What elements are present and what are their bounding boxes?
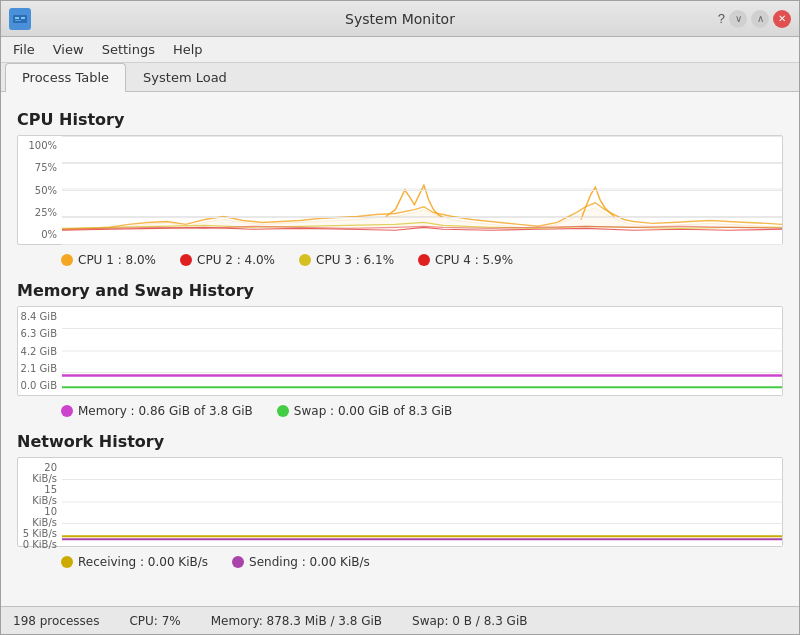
cpu3-legend-dot [299, 254, 311, 266]
cpu-legend: CPU 1 : 8.0% CPU 2 : 4.0% CPU 3 : 6.1% C… [17, 249, 783, 273]
memory-chart-area [62, 307, 782, 395]
cpu-chart-area [62, 136, 782, 244]
app-icon [9, 8, 31, 30]
memory-section-title: Memory and Swap History [17, 281, 783, 300]
net-y-10: 10 KiB/s [20, 506, 60, 528]
net-y-20: 20 KiB/s [20, 462, 60, 484]
mem-y-84: 8.4 GiB [20, 311, 60, 322]
swap-legend-dot [277, 405, 289, 417]
cpu-y-0: 0% [20, 229, 60, 240]
status-cpu: CPU: 7% [129, 614, 180, 628]
minimize-button[interactable]: ∨ [729, 10, 747, 28]
title-bar-controls: ? ∨ ∧ ✕ [718, 10, 791, 28]
menu-file[interactable]: File [5, 39, 43, 60]
cpu1-legend-dot [61, 254, 73, 266]
menu-view[interactable]: View [45, 39, 92, 60]
network-chart: 20 KiB/s 15 KiB/s 10 KiB/s 5 KiB/s 0 KiB… [17, 457, 783, 547]
network-section-title: Network History [17, 432, 783, 451]
title-bar-left [9, 8, 31, 30]
tab-bar: Process Table System Load [1, 63, 799, 92]
cpu-gridlines [62, 136, 782, 244]
receiving-legend-label: Receiving : 0.00 KiB/s [78, 555, 208, 569]
tab-process-table[interactable]: Process Table [5, 63, 126, 92]
memory-chart: 8.4 GiB 6.3 GiB 4.2 GiB 2.1 GiB 0.0 GiB [17, 306, 783, 396]
cpu2-legend-item: CPU 2 : 4.0% [180, 253, 275, 267]
cpu4-legend-label: CPU 4 : 5.9% [435, 253, 513, 267]
cpu4-legend-item: CPU 4 : 5.9% [418, 253, 513, 267]
sending-legend-item: Sending : 0.00 KiB/s [232, 555, 370, 569]
net-y-15: 15 KiB/s [20, 484, 60, 506]
svg-rect-0 [13, 15, 27, 23]
memory-legend: Memory : 0.86 GiB of 3.8 GiB Swap : 0.00… [17, 400, 783, 424]
mem-y-42: 4.2 GiB [20, 346, 60, 357]
mem-y-21: 2.1 GiB [20, 363, 60, 374]
cpu3-legend-item: CPU 3 : 6.1% [299, 253, 394, 267]
tab-system-load[interactable]: System Load [126, 63, 244, 91]
cpu-y-75: 75% [20, 162, 60, 173]
swap-legend-label: Swap : 0.00 GiB of 8.3 GiB [294, 404, 452, 418]
net-y-labels: 20 KiB/s 15 KiB/s 10 KiB/s 5 KiB/s 0 KiB… [18, 458, 62, 546]
cpu-section-title: CPU History [17, 110, 783, 129]
menubar: File View Settings Help [1, 37, 799, 63]
sending-legend-label: Sending : 0.00 KiB/s [249, 555, 370, 569]
memory-legend-dot [61, 405, 73, 417]
memory-legend-item: Memory : 0.86 GiB of 3.8 GiB [61, 404, 253, 418]
menu-help[interactable]: Help [165, 39, 211, 60]
net-y-5: 5 KiB/s [20, 528, 60, 539]
network-chart-svg [62, 458, 782, 546]
cpu-y-50: 50% [20, 185, 60, 196]
status-processes: 198 processes [13, 614, 99, 628]
cpu-y-100: 100% [20, 140, 60, 151]
cpu3-legend-label: CPU 3 : 6.1% [316, 253, 394, 267]
network-legend: Receiving : 0.00 KiB/s Sending : 0.00 Ki… [17, 551, 783, 575]
menu-settings[interactable]: Settings [94, 39, 163, 60]
svg-rect-2 [21, 17, 25, 19]
cpu1-legend-item: CPU 1 : 8.0% [61, 253, 156, 267]
cpu2-legend-label: CPU 2 : 4.0% [197, 253, 275, 267]
swap-legend-item: Swap : 0.00 GiB of 8.3 GiB [277, 404, 452, 418]
cpu2-legend-dot [180, 254, 192, 266]
help-button[interactable]: ? [718, 10, 725, 28]
title-bar: System Monitor ? ∨ ∧ ✕ [1, 1, 799, 37]
status-swap: Swap: 0 B / 8.3 GiB [412, 614, 527, 628]
receiving-legend-item: Receiving : 0.00 KiB/s [61, 555, 208, 569]
main-window: System Monitor ? ∨ ∧ ✕ File View Setting… [0, 0, 800, 635]
mem-y-63: 6.3 GiB [20, 328, 60, 339]
memory-legend-label: Memory : 0.86 GiB of 3.8 GiB [78, 404, 253, 418]
status-memory: Memory: 878.3 MiB / 3.8 GiB [211, 614, 382, 628]
window-title: System Monitor [345, 11, 455, 27]
cpu-y-25: 25% [20, 207, 60, 218]
cpu1-legend-label: CPU 1 : 8.0% [78, 253, 156, 267]
sending-legend-dot [232, 556, 244, 568]
content-area: CPU History 100% 75% 50% 25% 0% [1, 92, 799, 606]
receiving-legend-dot [61, 556, 73, 568]
close-button[interactable]: ✕ [773, 10, 791, 28]
svg-rect-1 [15, 17, 19, 19]
memory-chart-svg [62, 307, 782, 395]
net-y-0: 0 KiB/s [20, 539, 60, 550]
cpu-y-labels: 100% 75% 50% 25% 0% [18, 136, 62, 244]
svg-rect-3 [15, 20, 21, 21]
maximize-button[interactable]: ∧ [751, 10, 769, 28]
status-bar: 198 processes CPU: 7% Memory: 878.3 MiB … [1, 606, 799, 634]
mem-y-labels: 8.4 GiB 6.3 GiB 4.2 GiB 2.1 GiB 0.0 GiB [18, 307, 62, 395]
cpu4-legend-dot [418, 254, 430, 266]
cpu-chart: 100% 75% 50% 25% 0% [17, 135, 783, 245]
mem-y-0: 0.0 GiB [20, 380, 60, 391]
network-chart-area [62, 458, 782, 546]
